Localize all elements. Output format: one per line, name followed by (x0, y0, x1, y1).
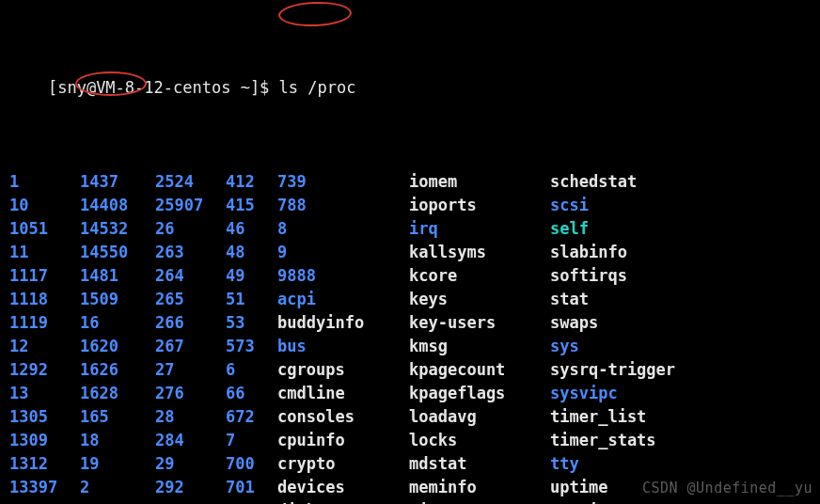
ls-entry: 8 (277, 217, 409, 241)
ls-entry: swaps (550, 311, 598, 335)
ls-row: 13121929700cryptomdstattty (9, 452, 811, 476)
ls-entry: 13489 (9, 499, 80, 504)
ls-entry: 165 (80, 405, 155, 429)
ls-entry: kcore (409, 264, 550, 288)
ls-entry: 1117 (9, 264, 80, 288)
ls-entry: sysvipc (550, 382, 618, 405)
ls-entry: 573 (226, 335, 277, 358)
ls-entry: 1051 (9, 217, 80, 241)
ls-entry: softirqs (550, 264, 627, 288)
ls-entry: 293 (155, 499, 226, 504)
terminal[interactable]: [sny@VM-8-12-centos ~]$ ls /proc 1143725… (0, 0, 820, 504)
ls-entry: cgroups (277, 358, 409, 382)
ls-entry: 18 (80, 429, 155, 452)
ls-entry: 10 (9, 194, 80, 217)
ls-entry: 1305 (9, 405, 80, 429)
ls-entry: 9888 (277, 264, 409, 288)
ls-entry: 26 (155, 217, 226, 241)
ls-entry: 1628 (80, 382, 155, 405)
ls-entry: 13397 (9, 476, 80, 499)
ls-entry: 1437 (80, 170, 155, 194)
ls-entry: misc (409, 499, 550, 504)
ls-entry: 2 (80, 476, 155, 499)
ls-entry: 700 (226, 452, 277, 476)
ls-entry: slabinfo (550, 241, 627, 264)
ls-entry: bus (277, 335, 409, 358)
ls-entry: 53 (226, 311, 277, 335)
ls-entry: 28 (155, 405, 226, 429)
ls-entry: 1509 (80, 288, 155, 311)
ls-entry: loadavg (409, 405, 550, 429)
ls-entry: kmsg (409, 335, 550, 358)
ls-entry: 266 (155, 311, 226, 335)
ls-entry: 14532 (80, 217, 155, 241)
ls-row: 11191626653buddyinfokey-usersswaps (9, 311, 811, 335)
ls-entry: 739 (277, 170, 409, 194)
ls-entry: locks (409, 429, 550, 452)
ls-entry: crypto (277, 452, 409, 476)
ls-entry: 48 (226, 241, 277, 264)
ls-entry: 13 (9, 382, 80, 405)
ls-entry: meminfo (409, 476, 550, 499)
ls-row: 114372524412739iomemschedstat (9, 170, 811, 194)
ls-entry: 1626 (80, 358, 155, 382)
ls-row: 13162827666cmdlinekpageflagssysvipc (9, 382, 811, 405)
ls-entry: 265 (155, 288, 226, 311)
ls-entry: irq (409, 217, 550, 241)
ls-entry: 14408 (80, 194, 155, 217)
ls-entry: 29 (155, 452, 226, 476)
ls-entry: 1 (9, 170, 80, 194)
ls-entry: 1312 (9, 452, 80, 476)
ls-entry: 1118 (9, 288, 80, 311)
ls-entry: 12 (9, 335, 80, 358)
ls-entry: tty (550, 452, 579, 476)
ls-entry: devices (277, 476, 409, 499)
ls-entry: key-users (409, 311, 550, 335)
ls-entry: 267 (155, 335, 226, 358)
ls-entry: stat (550, 288, 589, 311)
ls-entry: 264 (155, 264, 226, 288)
ls-entry: 1119 (9, 311, 80, 335)
prompt-user-host: [sny@VM-8-12-centos ~]$ (48, 78, 279, 97)
ls-row: 1309182847cpuinfolockstimer_stats (9, 429, 811, 452)
ls-row: 10511453226468irqself (9, 217, 811, 241)
ls-entry: cmdline (277, 382, 409, 405)
ls-row: 1118150926551acpikeysstat (9, 288, 811, 311)
ls-entry: 1620 (80, 335, 155, 358)
ls-entry: 14550 (80, 241, 155, 264)
ls-row: 133972292701devicesmeminfouptime (9, 476, 811, 499)
ls-entry: mdstat (409, 452, 550, 476)
ls-entry: ioports (409, 194, 550, 217)
ls-entry: 415 (226, 194, 277, 217)
ls-entry: 7 (226, 429, 277, 452)
ls-entry: 2524 (155, 170, 226, 194)
ls-entry: self (550, 217, 589, 241)
ls-entry: keys (409, 288, 550, 311)
ls-entry: version (550, 499, 618, 504)
ls-entry: consoles (277, 405, 409, 429)
ls-entry: 704 (226, 499, 277, 504)
ls-entry: 27 (155, 358, 226, 382)
ls-row: 1114550263489kallsymsslabinfo (9, 241, 811, 264)
ls-entry: timer_list (550, 405, 646, 429)
ls-entry: 6 (226, 358, 277, 382)
ls-entry: iomem (409, 170, 550, 194)
ls-entry: kpageflags (409, 382, 550, 405)
ls-entry: 16 (80, 311, 155, 335)
ls-entry: 66 (226, 382, 277, 405)
ls-row: 130516528672consolesloadavgtimer_list (9, 405, 811, 429)
ls-entry: kpagecount (409, 358, 550, 382)
ls-entry: 1292 (9, 358, 80, 382)
ls-entry: 25907 (155, 194, 226, 217)
ls-entry: 11 (9, 241, 80, 264)
prompt-line: [sny@VM-8-12-centos ~]$ ls /proc (9, 53, 811, 123)
prompt-command: ls (279, 78, 308, 97)
ls-row: 101440825907415788ioportsscsi (9, 194, 811, 217)
ls-entry: 51 (226, 288, 277, 311)
ls-entry: scsi (550, 194, 589, 217)
ls-entry: 276 (155, 382, 226, 405)
prompt-arg: /proc (308, 78, 355, 97)
ls-entry: 49 (226, 264, 277, 288)
ls-row: 1348920293704diskstatsmiscversion (9, 499, 811, 504)
ls-entry: sys (550, 335, 579, 358)
